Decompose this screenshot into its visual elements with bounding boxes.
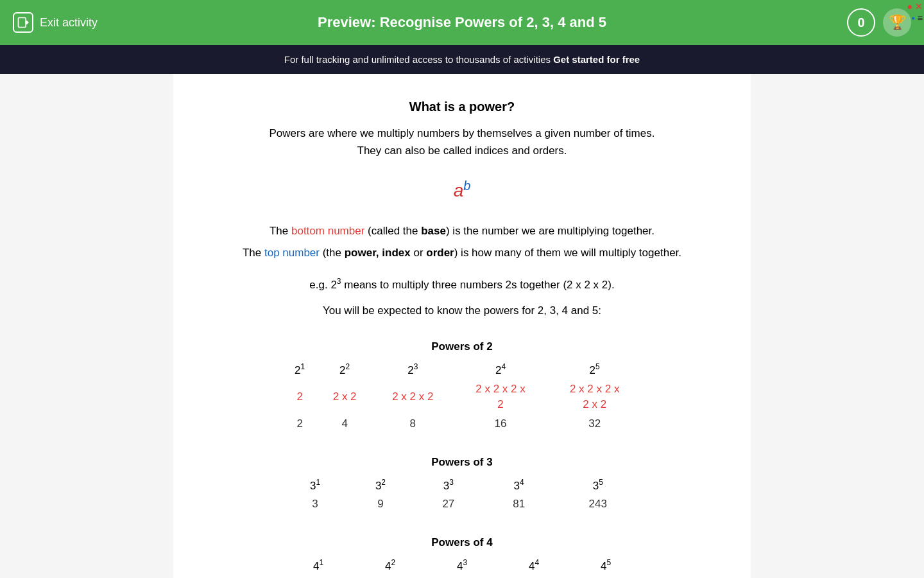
cell: 2 x 2 x 2 x2 x 2	[547, 379, 642, 415]
powers-of-4-table: Powers of 4 41 42 43 44 45	[282, 532, 642, 575]
explanation-block: The bottom number (called the base) is t…	[186, 220, 738, 264]
cell: 4	[317, 415, 372, 433]
cell: 23	[372, 360, 454, 380]
cell: 45	[570, 556, 642, 575]
cell: 81	[484, 495, 554, 513]
powers-of-3-table: Powers of 3 31 32 33 34 35 3 9 27 81 243	[282, 452, 642, 513]
example-line: e.g. 23 means to multiply three numbers …	[186, 277, 738, 292]
cell: 44	[498, 556, 570, 575]
expected-line: You will be expected to know the powers …	[186, 304, 738, 317]
cell: 2 x 2 x 2	[372, 379, 454, 415]
powers-of-3-title: Powers of 3	[282, 452, 642, 475]
cell: 27	[413, 495, 484, 513]
corner-decoration: ● ✕	[907, 1, 923, 12]
cell: 33	[413, 475, 484, 495]
table-row: 3 9 27 81 243	[282, 495, 642, 513]
cell: 16	[454, 415, 548, 433]
cell: 2 x 2 x 2 x2	[454, 379, 548, 415]
table-row: 2 4 8 16 32	[282, 415, 642, 433]
base-letter: a	[454, 180, 464, 200]
table-row: 2 2 x 2 2 x 2 x 2 2 x 2 x 2 x2 2 x 2 x 2…	[282, 379, 642, 415]
cell: 25	[547, 360, 642, 380]
exit-label: Exit activity	[40, 16, 98, 30]
section-title: What is a power?	[186, 100, 738, 114]
powers-of-2-section: Powers of 2 21 22 23 24 25 2 2 x 2 2 x 2…	[186, 337, 738, 433]
cell: 41	[282, 556, 354, 575]
cell: 3	[282, 495, 348, 513]
svg-rect-0	[19, 18, 26, 28]
bottom-number-label: bottom number	[291, 225, 364, 237]
intro-text: Powers are where we multiply numbers by …	[186, 125, 738, 159]
powers-of-2-title: Powers of 2	[282, 337, 642, 360]
page-title: Preview: Recognise Powers of 2, 3, 4 and…	[318, 14, 606, 31]
powers-of-4-title: Powers of 4	[282, 532, 642, 556]
main-content: What is a power? Powers are where we mul…	[173, 74, 751, 578]
cell: 2	[282, 415, 317, 433]
cell: 35	[554, 475, 642, 495]
cell: 8	[372, 415, 454, 433]
powers-of-4-section: Powers of 4 41 42 43 44 45	[186, 532, 738, 575]
cell: 31	[282, 475, 348, 495]
example-exponent: 3	[337, 277, 341, 286]
corner-decoration-2: ▪ ≡	[912, 13, 923, 23]
exit-button[interactable]: Exit activity	[13, 12, 98, 33]
cell: 2 x 2	[317, 379, 372, 415]
cell: 32	[348, 475, 413, 495]
header-right: 0 🏆	[847, 8, 911, 37]
top-number-label: top number	[264, 247, 320, 259]
power-diagram: ab	[186, 179, 738, 201]
cell: 43	[426, 556, 498, 575]
cell: 2	[282, 379, 317, 415]
cell: 21	[282, 360, 317, 380]
promo-banner: For full tracking and unlimited access t…	[0, 45, 924, 74]
cell: 34	[484, 475, 554, 495]
cell: 32	[547, 415, 642, 433]
table-row: 21 22 23 24 25	[282, 360, 642, 380]
cell: 24	[454, 360, 548, 380]
cell: 9	[348, 495, 413, 513]
table-row: 31 32 33 34 35	[282, 475, 642, 495]
table-row: 41 42 43 44 45	[282, 556, 642, 575]
header: Exit activity Preview: Recognise Powers …	[0, 0, 924, 45]
exp-letter: b	[463, 179, 470, 193]
cell: 42	[354, 556, 426, 575]
score-display: 0	[847, 8, 875, 37]
cell: 22	[317, 360, 372, 380]
powers-of-3-section: Powers of 3 31 32 33 34 35 3 9 27 81 243	[186, 452, 738, 513]
powers-of-2-table: Powers of 2 21 22 23 24 25 2 2 x 2 2 x 2…	[282, 337, 642, 433]
cell: 243	[554, 495, 642, 513]
trophy-icon[interactable]: 🏆	[883, 8, 911, 37]
exit-icon	[13, 12, 33, 33]
